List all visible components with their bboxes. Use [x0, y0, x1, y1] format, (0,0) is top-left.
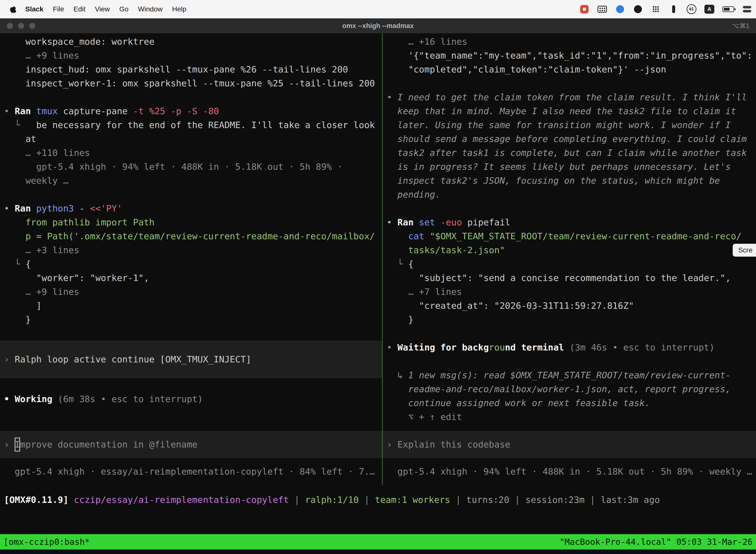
- text-segment: └: [4, 120, 36, 130]
- text-segment: … +9 lines: [4, 50, 79, 61]
- screen-recording-icon[interactable]: [579, 4, 589, 15]
- text-segment: gpt-5.4 xhigh · 94% left · 488K in · 5.1…: [4, 162, 342, 172]
- terminal-line: ↳ 1 new msg(s): read $OMX_TEAM_STATE_ROO…: [387, 368, 756, 382]
- prompt-line[interactable]: › Explain this codebase: [383, 431, 756, 458]
- text-segment: Ran: [15, 203, 36, 214]
- text-segment: is in progress? It seems likely but perh…: [387, 162, 731, 172]
- text-segment: (6m 38s • esc to interrupt): [58, 394, 203, 404]
- text-segment: should send a message before completing …: [387, 134, 747, 144]
- minimize-button[interactable]: [18, 23, 24, 29]
- text-segment: •: [387, 342, 397, 352]
- terminal-line: cat "$OMX_TEAM_STATE_ROOT/team/review-cu…: [387, 229, 756, 243]
- text-segment: -euo: [441, 217, 467, 227]
- text-segment: I need to get the claim token from the c…: [397, 92, 747, 102]
- terminal-line: • Ran set -euo pipefail: [387, 215, 756, 229]
- text-segment: … +3 lines: [4, 245, 79, 255]
- terminal-line: • Ran python3 - <<'PY': [4, 202, 382, 215]
- terminal-line: [387, 354, 756, 368]
- battery-icon[interactable]: [722, 4, 734, 15]
- prompt-line[interactable]: › Improve documentation in @filename: [0, 431, 382, 458]
- text-segment: nd terminal: [505, 342, 569, 352]
- text-segment: "created_at": "2026-03-31T11:59:27.816Z": [387, 300, 634, 311]
- text-segment: Waiting for backg: [397, 342, 489, 352]
- terminal-line: gpt-5.4 xhigh · 94% left · 488K in · 5.1…: [4, 160, 382, 174]
- terminal-line: inspect_hud: omx sparkshell --tmux-pane …: [4, 63, 382, 76]
- terminal-line: "created_at": "2026-03-31T11:59:27.816Z": [387, 299, 756, 313]
- text-segment: ralph:1/10: [305, 495, 359, 505]
- app-grid-icon[interactable]: [651, 4, 661, 15]
- omx-status-line: [OMX#0.11.9] cczip/essay/ai-reimplementa…: [4, 493, 660, 507]
- menubar-status-icons: 61 A: [579, 4, 752, 15]
- terminal-line: [4, 327, 382, 340]
- prompt-line[interactable]: › Ralph loop active continue [OMX_TMUX_I…: [0, 340, 382, 378]
- menu-file[interactable]: File: [53, 5, 64, 13]
- menu-go[interactable]: Go: [119, 5, 128, 13]
- text-segment: be necessary for the end of the README. …: [36, 120, 375, 130]
- text-segment: rou: [489, 342, 505, 352]
- control-center-icon[interactable]: [742, 4, 752, 15]
- text-segment: |: [289, 495, 305, 505]
- docker-icon[interactable]: [615, 4, 625, 15]
- menu-window[interactable]: Window: [138, 5, 163, 13]
- text-segment: tasks/task-2.json": [387, 245, 505, 255]
- zoom-button[interactable]: [29, 23, 35, 29]
- terminal-line: … +3 lines: [4, 243, 382, 257]
- title-bar[interactable]: omx --xhigh --madmax ⌥⌘1: [0, 18, 756, 33]
- menu-items: FileEditViewGoWindowHelp: [53, 5, 196, 13]
- terminal-line: keep that in mind. Maybe I also need the…: [387, 104, 756, 118]
- text-segment: workspace_mode: worktree: [4, 37, 154, 47]
- terminal-line: tasks/task-2.json": [387, 243, 756, 257]
- window-title: omx --xhigh --madmax: [0, 22, 756, 30]
- text-segment: }: [387, 315, 414, 325]
- input-source-icon[interactable]: A: [704, 5, 714, 14]
- keyboard-icon[interactable]: [597, 4, 607, 15]
- menu-view[interactable]: View: [95, 5, 110, 13]
- text-segment: •: [387, 217, 397, 227]
- text-segment: keep that in mind. Maybe I also need the…: [387, 106, 736, 116]
- terminal-line: … +7 lines: [387, 285, 756, 299]
- tmux-session-label: [omx-cczip0:bash*: [3, 537, 90, 547]
- utility-icon[interactable]: [669, 4, 679, 15]
- text-segment: [OMX#0.11.9]: [4, 495, 68, 505]
- text-segment: [68, 495, 74, 505]
- terminal-line: pending.: [387, 188, 756, 202]
- text-segment: Ran: [397, 217, 419, 227]
- terminal-line: }: [4, 313, 382, 327]
- text-segment: capture-pane: [63, 106, 133, 116]
- terminal-line: └ {: [387, 257, 756, 271]
- text-segment: p = Path('.omx/state/team/review-current…: [4, 231, 375, 241]
- text-segment: inspect task2's JSON, focusing on the st…: [387, 175, 720, 186]
- terminal-line: "completed","claim_token":"claim-token"}…: [387, 63, 756, 76]
- apple-menu-icon[interactable]: [10, 5, 16, 13]
- text-segment: inspect_worker-1: omx sparkshell --tmux-…: [4, 78, 375, 88]
- terminal-window: omx --xhigh --madmax ⌥⌘1 workspace_mode:…: [0, 18, 756, 554]
- menu-help[interactable]: Help: [172, 5, 187, 13]
- terminal-line: later. Using the same for transition mig…: [387, 118, 756, 132]
- menu-edit[interactable]: Edit: [73, 5, 85, 13]
- text-segment: at: [4, 134, 36, 144]
- text-segment: └: [387, 259, 408, 269]
- terminal-line: … +9 lines: [4, 49, 382, 63]
- terminal-line: [387, 327, 756, 340]
- terminal-line: [4, 406, 382, 420]
- terminal-line: [387, 76, 756, 90]
- terminal-line: • Working (6m 38s • esc to interrupt): [4, 392, 382, 406]
- terminal-line: … +110 lines: [4, 146, 382, 160]
- text-segment: continue assigned work or next feasible …: [387, 398, 650, 408]
- github-icon[interactable]: [633, 4, 643, 15]
- text-segment: tmux: [36, 106, 63, 116]
- menu-app-name[interactable]: Slack: [25, 5, 44, 13]
- text-segment: gpt-5.4 xhigh · essay/ai-reimplementatio…: [4, 466, 375, 477]
- close-button[interactable]: [7, 23, 13, 29]
- left-pane[interactable]: workspace_mode: worktree … +9 lines insp…: [0, 33, 382, 485]
- right-pane[interactable]: … +16 lines '{"team_name":"my-team","tas…: [383, 33, 756, 485]
- text-segment: task2 after task1 is complete, but can I…: [387, 148, 747, 158]
- battery-gauge-icon[interactable]: 61: [687, 4, 696, 14]
- text-segment: "worker": "worker-1",: [4, 273, 149, 283]
- text-segment: readme-and-reco/mailbox/worker-1.json, a…: [387, 384, 731, 394]
- terminal-line: continue assigned work or next feasible …: [387, 396, 756, 410]
- text-segment: pending.: [387, 189, 441, 200]
- text-segment: ]: [4, 300, 42, 311]
- text-segment: <<'PY': [90, 203, 122, 214]
- terminal-line: workspace_mode: worktree: [4, 35, 382, 49]
